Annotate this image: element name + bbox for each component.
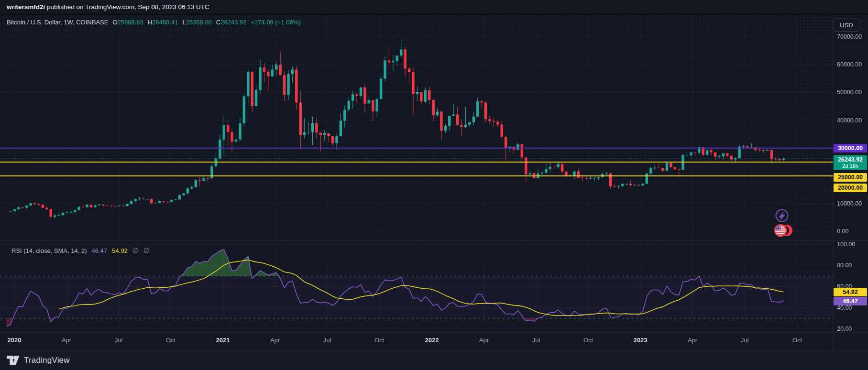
time-axis-label: Oct	[583, 336, 593, 345]
price-axis-tick: 40000.00	[837, 117, 868, 124]
tradingview-brand-text[interactable]: TradingView	[24, 356, 70, 365]
time-axis-label: Jul	[741, 336, 749, 345]
price-axis-tick: 50000.00	[837, 89, 868, 96]
price-axis-tick: 20.00	[837, 326, 868, 332]
current-price-badge: 26243.922d 18h	[834, 155, 867, 170]
ohlc-high: H26460.41	[148, 19, 178, 26]
price-change: +274.09 (+1.06%)	[251, 19, 300, 26]
symbol-title: Bitcoin / U.S. Dollar, 1W, COINBASE	[7, 19, 108, 26]
price-axis-tick: 40.00	[837, 305, 868, 311]
price-level-badge: 20000.00	[834, 184, 867, 192]
price-axis-tick: 100.00	[837, 241, 868, 248]
publisher-username: writersmfd2i	[7, 3, 45, 11]
time-axis-label: Apr	[479, 336, 489, 345]
price-axis-tick: 80.00	[837, 262, 868, 269]
time-axis-label: 2023	[634, 336, 648, 345]
time-axis-label: Jul	[115, 336, 123, 345]
rsi-sma-value: 54.92	[112, 247, 128, 254]
us-flag-event-icon	[775, 225, 792, 236]
tradingview-logo-icon[interactable]	[7, 356, 20, 365]
footer-bar: TradingView	[0, 350, 868, 370]
lightning-event-icon	[776, 210, 788, 222]
rsi-value: 46.47	[92, 247, 108, 254]
rsi-empty-icon: ∅	[143, 246, 150, 255]
price-axis-tick: 70000.00	[837, 33, 868, 40]
rsi-empty-icon: ∅	[132, 246, 139, 255]
ohlc-close: C26243.92	[216, 19, 247, 26]
time-axis-label: Apr	[270, 336, 280, 345]
price-level-badge: 25000.00	[834, 173, 867, 182]
price-level-badge: 46.47	[834, 297, 867, 305]
rsi-title: RSI (14, close, SMA, 14, 2)	[11, 247, 87, 254]
chart-canvas[interactable]	[0, 0, 868, 370]
symbol-legend: Bitcoin / U.S. Dollar, 1W, COINBASE O259…	[7, 19, 301, 26]
price-axis-tick: 60000.00	[837, 61, 868, 68]
time-axis-label: 2020	[8, 336, 22, 345]
time-axis-label: Oct	[166, 336, 176, 345]
price-level-badge: 54.92	[834, 288, 867, 296]
caption-bar: writersmfd2i published on TradingView.co…	[0, 0, 868, 14]
time-axis-label: Apr	[688, 336, 697, 345]
caption-text: published on TradingView.com, Sep 08, 20…	[45, 3, 209, 11]
currency-toggle-button[interactable]: USD	[833, 19, 860, 32]
time-axis-label: 2021	[216, 336, 230, 345]
time-axis-label: 2022	[425, 336, 439, 345]
rsi-legend: RSI (14, close, SMA, 14, 2) 46.47 54.92 …	[11, 246, 150, 255]
ohlc-low: L25358.00	[182, 19, 211, 26]
ohlc-open: O25969.83	[112, 19, 143, 26]
price-level-badge: 30000.00	[834, 144, 867, 152]
time-axis-label: Oct	[374, 336, 384, 345]
price-axis-tick: 0.00	[837, 228, 868, 235]
price-axis-tick: 10000.00	[837, 200, 868, 207]
tradingview-published-chart: writersmfd2i published on TradingView.co…	[0, 0, 868, 370]
time-axis-label: Jul	[323, 336, 331, 345]
time-axis-label: Apr	[62, 336, 71, 345]
countdown-timer: 2d 18h	[834, 163, 867, 170]
time-axis-label: Jul	[532, 336, 540, 345]
time-axis-label: Oct	[792, 336, 802, 345]
